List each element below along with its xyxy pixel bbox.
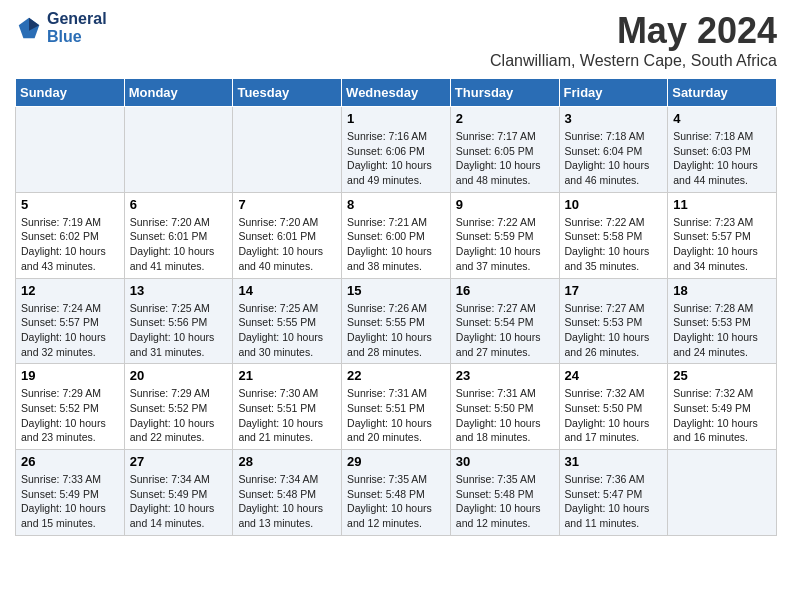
day-number: 31 bbox=[565, 454, 663, 469]
day-info: Sunrise: 7:24 AM Sunset: 5:57 PM Dayligh… bbox=[21, 301, 119, 360]
table-row: 22Sunrise: 7:31 AM Sunset: 5:51 PM Dayli… bbox=[342, 364, 451, 450]
day-info: Sunrise: 7:32 AM Sunset: 5:50 PM Dayligh… bbox=[565, 386, 663, 445]
table-row bbox=[668, 450, 777, 536]
table-row: 16Sunrise: 7:27 AM Sunset: 5:54 PM Dayli… bbox=[450, 278, 559, 364]
day-number: 26 bbox=[21, 454, 119, 469]
day-number: 3 bbox=[565, 111, 663, 126]
table-row: 25Sunrise: 7:32 AM Sunset: 5:49 PM Dayli… bbox=[668, 364, 777, 450]
logo-icon bbox=[15, 14, 43, 42]
calendar-week-row: 19Sunrise: 7:29 AM Sunset: 5:52 PM Dayli… bbox=[16, 364, 777, 450]
day-number: 11 bbox=[673, 197, 771, 212]
day-number: 2 bbox=[456, 111, 554, 126]
day-number: 20 bbox=[130, 368, 228, 383]
table-row: 19Sunrise: 7:29 AM Sunset: 5:52 PM Dayli… bbox=[16, 364, 125, 450]
day-info: Sunrise: 7:19 AM Sunset: 6:02 PM Dayligh… bbox=[21, 215, 119, 274]
location-title: Clanwilliam, Western Cape, South Africa bbox=[490, 52, 777, 70]
calendar-week-row: 5Sunrise: 7:19 AM Sunset: 6:02 PM Daylig… bbox=[16, 192, 777, 278]
table-row: 2Sunrise: 7:17 AM Sunset: 6:05 PM Daylig… bbox=[450, 107, 559, 193]
header: General Blue May 2024 Clanwilliam, Weste… bbox=[15, 10, 777, 70]
day-number: 6 bbox=[130, 197, 228, 212]
day-number: 12 bbox=[21, 283, 119, 298]
table-row: 15Sunrise: 7:26 AM Sunset: 5:55 PM Dayli… bbox=[342, 278, 451, 364]
table-row bbox=[233, 107, 342, 193]
day-info: Sunrise: 7:31 AM Sunset: 5:51 PM Dayligh… bbox=[347, 386, 445, 445]
header-row: Sunday Monday Tuesday Wednesday Thursday… bbox=[16, 79, 777, 107]
table-row: 20Sunrise: 7:29 AM Sunset: 5:52 PM Dayli… bbox=[124, 364, 233, 450]
table-row: 6Sunrise: 7:20 AM Sunset: 6:01 PM Daylig… bbox=[124, 192, 233, 278]
day-number: 28 bbox=[238, 454, 336, 469]
day-info: Sunrise: 7:29 AM Sunset: 5:52 PM Dayligh… bbox=[130, 386, 228, 445]
day-info: Sunrise: 7:35 AM Sunset: 5:48 PM Dayligh… bbox=[456, 472, 554, 531]
table-row: 31Sunrise: 7:36 AM Sunset: 5:47 PM Dayli… bbox=[559, 450, 668, 536]
col-saturday: Saturday bbox=[668, 79, 777, 107]
day-info: Sunrise: 7:23 AM Sunset: 5:57 PM Dayligh… bbox=[673, 215, 771, 274]
table-row: 24Sunrise: 7:32 AM Sunset: 5:50 PM Dayli… bbox=[559, 364, 668, 450]
day-number: 16 bbox=[456, 283, 554, 298]
table-row: 12Sunrise: 7:24 AM Sunset: 5:57 PM Dayli… bbox=[16, 278, 125, 364]
table-row: 11Sunrise: 7:23 AM Sunset: 5:57 PM Dayli… bbox=[668, 192, 777, 278]
table-row: 29Sunrise: 7:35 AM Sunset: 5:48 PM Dayli… bbox=[342, 450, 451, 536]
day-info: Sunrise: 7:34 AM Sunset: 5:49 PM Dayligh… bbox=[130, 472, 228, 531]
day-number: 17 bbox=[565, 283, 663, 298]
month-title: May 2024 bbox=[490, 10, 777, 52]
table-row: 26Sunrise: 7:33 AM Sunset: 5:49 PM Dayli… bbox=[16, 450, 125, 536]
table-row: 13Sunrise: 7:25 AM Sunset: 5:56 PM Dayli… bbox=[124, 278, 233, 364]
logo: General Blue bbox=[15, 10, 107, 45]
day-number: 14 bbox=[238, 283, 336, 298]
day-number: 9 bbox=[456, 197, 554, 212]
day-info: Sunrise: 7:27 AM Sunset: 5:53 PM Dayligh… bbox=[565, 301, 663, 360]
day-info: Sunrise: 7:18 AM Sunset: 6:04 PM Dayligh… bbox=[565, 129, 663, 188]
day-info: Sunrise: 7:18 AM Sunset: 6:03 PM Dayligh… bbox=[673, 129, 771, 188]
day-info: Sunrise: 7:28 AM Sunset: 5:53 PM Dayligh… bbox=[673, 301, 771, 360]
day-number: 13 bbox=[130, 283, 228, 298]
day-number: 21 bbox=[238, 368, 336, 383]
table-row: 28Sunrise: 7:34 AM Sunset: 5:48 PM Dayli… bbox=[233, 450, 342, 536]
day-info: Sunrise: 7:33 AM Sunset: 5:49 PM Dayligh… bbox=[21, 472, 119, 531]
col-sunday: Sunday bbox=[16, 79, 125, 107]
day-number: 19 bbox=[21, 368, 119, 383]
logo-text: General Blue bbox=[47, 10, 107, 45]
table-row bbox=[124, 107, 233, 193]
table-row: 27Sunrise: 7:34 AM Sunset: 5:49 PM Dayli… bbox=[124, 450, 233, 536]
table-row: 7Sunrise: 7:20 AM Sunset: 6:01 PM Daylig… bbox=[233, 192, 342, 278]
col-wednesday: Wednesday bbox=[342, 79, 451, 107]
table-row: 10Sunrise: 7:22 AM Sunset: 5:58 PM Dayli… bbox=[559, 192, 668, 278]
day-info: Sunrise: 7:25 AM Sunset: 5:56 PM Dayligh… bbox=[130, 301, 228, 360]
day-number: 5 bbox=[21, 197, 119, 212]
table-row: 14Sunrise: 7:25 AM Sunset: 5:55 PM Dayli… bbox=[233, 278, 342, 364]
day-info: Sunrise: 7:35 AM Sunset: 5:48 PM Dayligh… bbox=[347, 472, 445, 531]
day-info: Sunrise: 7:27 AM Sunset: 5:54 PM Dayligh… bbox=[456, 301, 554, 360]
table-row: 1Sunrise: 7:16 AM Sunset: 6:06 PM Daylig… bbox=[342, 107, 451, 193]
table-row bbox=[16, 107, 125, 193]
col-monday: Monday bbox=[124, 79, 233, 107]
day-info: Sunrise: 7:20 AM Sunset: 6:01 PM Dayligh… bbox=[238, 215, 336, 274]
table-row: 3Sunrise: 7:18 AM Sunset: 6:04 PM Daylig… bbox=[559, 107, 668, 193]
day-number: 27 bbox=[130, 454, 228, 469]
day-number: 29 bbox=[347, 454, 445, 469]
day-number: 23 bbox=[456, 368, 554, 383]
title-section: May 2024 Clanwilliam, Western Cape, Sout… bbox=[490, 10, 777, 70]
day-info: Sunrise: 7:29 AM Sunset: 5:52 PM Dayligh… bbox=[21, 386, 119, 445]
day-info: Sunrise: 7:25 AM Sunset: 5:55 PM Dayligh… bbox=[238, 301, 336, 360]
day-info: Sunrise: 7:36 AM Sunset: 5:47 PM Dayligh… bbox=[565, 472, 663, 531]
day-info: Sunrise: 7:30 AM Sunset: 5:51 PM Dayligh… bbox=[238, 386, 336, 445]
table-row: 21Sunrise: 7:30 AM Sunset: 5:51 PM Dayli… bbox=[233, 364, 342, 450]
day-number: 1 bbox=[347, 111, 445, 126]
day-number: 4 bbox=[673, 111, 771, 126]
calendar-table: Sunday Monday Tuesday Wednesday Thursday… bbox=[15, 78, 777, 536]
col-thursday: Thursday bbox=[450, 79, 559, 107]
day-number: 22 bbox=[347, 368, 445, 383]
table-row: 30Sunrise: 7:35 AM Sunset: 5:48 PM Dayli… bbox=[450, 450, 559, 536]
table-row: 17Sunrise: 7:27 AM Sunset: 5:53 PM Dayli… bbox=[559, 278, 668, 364]
day-number: 10 bbox=[565, 197, 663, 212]
calendar-week-row: 1Sunrise: 7:16 AM Sunset: 6:06 PM Daylig… bbox=[16, 107, 777, 193]
table-row: 23Sunrise: 7:31 AM Sunset: 5:50 PM Dayli… bbox=[450, 364, 559, 450]
table-row: 4Sunrise: 7:18 AM Sunset: 6:03 PM Daylig… bbox=[668, 107, 777, 193]
day-info: Sunrise: 7:22 AM Sunset: 5:58 PM Dayligh… bbox=[565, 215, 663, 274]
table-row: 8Sunrise: 7:21 AM Sunset: 6:00 PM Daylig… bbox=[342, 192, 451, 278]
day-info: Sunrise: 7:32 AM Sunset: 5:49 PM Dayligh… bbox=[673, 386, 771, 445]
day-info: Sunrise: 7:34 AM Sunset: 5:48 PM Dayligh… bbox=[238, 472, 336, 531]
day-number: 30 bbox=[456, 454, 554, 469]
day-number: 15 bbox=[347, 283, 445, 298]
day-info: Sunrise: 7:26 AM Sunset: 5:55 PM Dayligh… bbox=[347, 301, 445, 360]
